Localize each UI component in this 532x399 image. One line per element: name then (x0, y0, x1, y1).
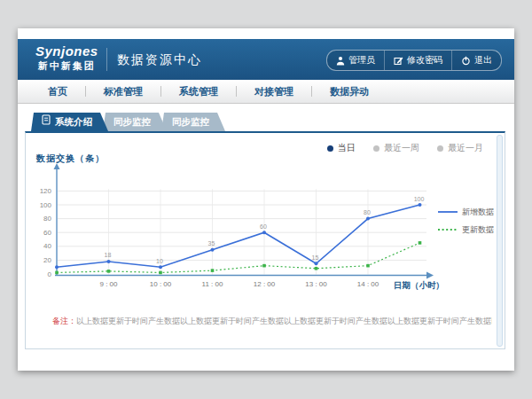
doc-icon (42, 113, 51, 131)
app-header: Synjones 新中新集团 数据资源中心 管理员修改密码退出 (18, 39, 514, 80)
tab-label: 同步监控 (113, 113, 151, 131)
tab-bar: 系统介绍同步监控同步监控 (31, 112, 220, 131)
legend-label: 更新数据 (462, 225, 494, 234)
nav-item-3[interactable]: 对接管理 (237, 85, 311, 98)
data-point (211, 269, 215, 272)
svg-text:10 : 00: 10 : 00 (150, 280, 172, 288)
data-point (262, 231, 266, 234)
svg-text:60: 60 (43, 229, 51, 237)
header-action-label: 修改密码 (407, 54, 442, 66)
svg-text:14 : 00: 14 : 00 (357, 280, 379, 288)
radio-dot-icon (437, 145, 443, 152)
data-point (159, 265, 162, 269)
data-point (262, 264, 266, 268)
range-option-1[interactable]: 最近一周 (373, 142, 419, 154)
range-option-label: 最近一月 (448, 142, 483, 154)
range-option-label: 当日 (338, 142, 356, 154)
data-point (55, 271, 59, 275)
data-point (419, 241, 422, 245)
svg-text:9 : 00: 9 : 00 (99, 280, 118, 288)
series-line-1 (57, 243, 420, 273)
nav-item-1[interactable]: 标准管理 (86, 85, 160, 98)
x-axis-title: 日期（小时） (394, 280, 444, 291)
app-window: Synjones 新中新集团 数据资源中心 管理员修改密码退出 首页标准管理系统… (18, 28, 514, 371)
user-icon (336, 56, 345, 66)
data-point (419, 203, 422, 207)
logo-wordmark: Synjones (35, 44, 98, 59)
logo-company-name: 新中新集团 (35, 60, 98, 71)
tab-1[interactable]: 同步监控 (103, 113, 167, 131)
svg-text:11 : 00: 11 : 00 (202, 280, 223, 288)
header-divider (106, 48, 107, 71)
data-point-label: 100 (414, 196, 425, 202)
nav-item-4[interactable]: 数据异动 (312, 85, 387, 98)
svg-text:80: 80 (43, 215, 51, 223)
data-point (211, 248, 215, 252)
data-point (107, 260, 111, 263)
svg-text:100: 100 (40, 201, 52, 209)
header-action-change-password[interactable]: 修改密码 (384, 51, 451, 70)
data-point-label: 10 (156, 258, 163, 264)
svg-text:13 : 00: 13 : 00 (305, 280, 327, 288)
data-point (366, 264, 370, 268)
panel-scrollbar[interactable] (497, 135, 503, 347)
data-point (315, 267, 318, 270)
footnote-prefix: 备注： (52, 317, 76, 325)
power-icon (461, 56, 471, 66)
header-action-label: 管理员 (348, 54, 375, 66)
data-point-label: 18 (105, 252, 112, 258)
data-point (315, 262, 318, 265)
range-option-label: 最近一周 (384, 142, 419, 154)
radio-dot-icon (373, 145, 379, 152)
brand-logo: Synjones 新中新集团 (35, 44, 98, 71)
data-point-label: 15 (312, 254, 319, 261)
data-point (366, 217, 370, 221)
legend-label: 新增数据 (462, 207, 494, 216)
tab-2[interactable]: 同步监控 (161, 113, 225, 131)
svg-text:40: 40 (43, 242, 51, 250)
footnote: 备注：以上数据更新于时间产生数据以上数据更新于时间产生数据以上数据更新于时间产生… (52, 316, 492, 327)
time-range-selector: 当日最近一周最近一月 (327, 142, 483, 154)
footnote-text: 以上数据更新于时间产生数据以上数据更新于时间产生数据以上数据更新于时间产生数据以… (76, 317, 492, 325)
data-point-label: 80 (364, 209, 371, 215)
data-point-label: 35 (208, 240, 215, 246)
range-option-0[interactable]: 当日 (327, 142, 356, 154)
app-title: 数据资源中心 (117, 39, 202, 80)
nav: 首页标准管理系统管理对接管理数据异动 (18, 80, 514, 104)
line-chart: 0204060801001209 : 0010 : 0011 : 0012 : … (26, 161, 506, 296)
data-point-label: 60 (260, 223, 267, 230)
tab-label: 同步监控 (172, 113, 209, 131)
svg-text:0: 0 (48, 270, 52, 278)
header-action-admin[interactable]: 管理员 (327, 51, 384, 70)
svg-text:12 : 00: 12 : 00 (254, 280, 276, 288)
data-point (159, 271, 162, 275)
radio-dot-icon (327, 145, 333, 152)
header-action-label: 退出 (474, 54, 492, 66)
data-point (55, 265, 59, 269)
header-action-logout[interactable]: 退出 (451, 51, 501, 70)
chart-legend: 新增数据更新数据 (438, 207, 494, 234)
header-action-group: 管理员修改密码退出 (326, 50, 502, 71)
nav-item-0[interactable]: 首页 (30, 85, 85, 98)
tab-label: 系统介绍 (55, 113, 92, 131)
range-option-2[interactable]: 最近一月 (437, 142, 483, 154)
content-panel: 当日最近一周最近一月 数据交换（条） 0204060801001209 : 00… (25, 131, 505, 349)
svg-text:120: 120 (40, 187, 52, 195)
edit-icon (394, 56, 403, 66)
tab-0[interactable]: 系统介绍 (31, 113, 108, 131)
data-point (107, 270, 111, 273)
svg-text:20: 20 (43, 256, 51, 264)
axis-tick-labels: 0204060801001209 : 0010 : 0011 : 0012 : … (40, 187, 379, 288)
nav-item-2[interactable]: 系统管理 (161, 85, 236, 98)
